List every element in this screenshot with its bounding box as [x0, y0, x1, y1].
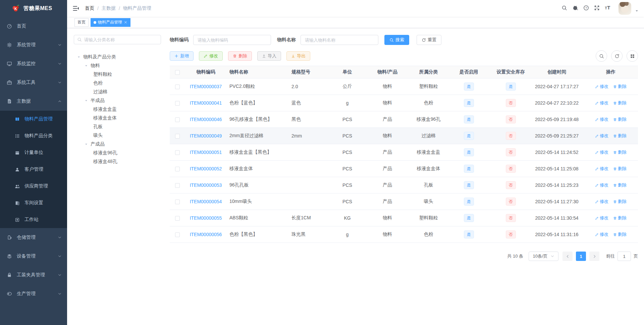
- material-code-link[interactable]: ITEM00000054: [190, 199, 222, 204]
- row-checkbox[interactable]: [175, 167, 180, 171]
- row-delete-link[interactable]: 删除: [613, 133, 627, 139]
- material-code-input[interactable]: [193, 35, 271, 45]
- row-checkbox[interactable]: [175, 150, 180, 155]
- row-delete-link[interactable]: 删除: [613, 116, 627, 122]
- tree-node[interactable]: 孔板: [74, 122, 161, 131]
- row-checkbox[interactable]: [175, 85, 180, 89]
- add-button[interactable]: 新增: [170, 51, 194, 61]
- row-delete-link[interactable]: 删除: [613, 231, 627, 237]
- tree-node[interactable]: 移液盒48孔: [74, 157, 161, 166]
- tree-expand-caret-icon[interactable]: [84, 99, 89, 102]
- sidebar-item-system-tools[interactable]: 系统工具: [0, 73, 67, 92]
- row-edit-link[interactable]: 修改: [595, 182, 608, 188]
- breadcrumb-item[interactable]: 首页: [85, 5, 94, 11]
- row-delete-link[interactable]: 删除: [613, 182, 627, 188]
- table-tool-grid-button[interactable]: [627, 50, 638, 62]
- fullscreen-icon[interactable]: [593, 5, 600, 12]
- row-delete-link[interactable]: 删除: [613, 215, 627, 221]
- search-button[interactable]: 搜索: [384, 35, 409, 45]
- sidebar-item-measure-unit[interactable]: 计量单位: [0, 144, 67, 161]
- row-edit-link[interactable]: 修改: [595, 149, 608, 155]
- material-code-link[interactable]: ITEM00000056: [190, 232, 222, 237]
- row-checkbox[interactable]: [175, 101, 180, 106]
- tree-node[interactable]: 吸头: [74, 131, 161, 140]
- material-code-link[interactable]: ITEM00000046: [190, 117, 222, 122]
- sidebar-item-master-data[interactable]: 主数据: [0, 92, 67, 111]
- tree-node[interactable]: 物料: [74, 61, 161, 70]
- row-checkbox[interactable]: [175, 232, 180, 237]
- row-checkbox[interactable]: [175, 134, 180, 139]
- tree-node[interactable]: 产成品: [74, 140, 161, 149]
- row-delete-link[interactable]: 删除: [613, 199, 627, 205]
- app-logo[interactable]: K 苦糖果MES: [0, 0, 67, 17]
- tree-node[interactable]: 移液盒96孔: [74, 149, 161, 157]
- export-button[interactable]: 导出: [286, 51, 310, 61]
- tree-node[interactable]: 塑料颗粒: [74, 70, 161, 79]
- material-name-input[interactable]: [301, 35, 378, 45]
- material-code-link[interactable]: ITEM00000037: [190, 84, 222, 89]
- tab-active[interactable]: 物料产品管理: [91, 18, 130, 27]
- row-edit-link[interactable]: 修改: [595, 215, 608, 221]
- edit-button[interactable]: 修改: [199, 51, 223, 61]
- material-code-link[interactable]: ITEM00000055: [190, 215, 222, 221]
- material-code-link[interactable]: ITEM00000052: [190, 166, 222, 171]
- sidebar-item-system-admin[interactable]: 系统管理: [0, 36, 67, 54]
- sidebar-item-fixture-mgmt[interactable]: 工装夹具管理: [0, 266, 67, 284]
- row-checkbox[interactable]: [175, 117, 180, 122]
- row-edit-link[interactable]: 修改: [595, 84, 608, 90]
- sidebar-item-home[interactable]: 首页: [0, 17, 67, 36]
- prev-page-button[interactable]: [562, 252, 573, 261]
- github-icon[interactable]: [572, 5, 579, 12]
- row-edit-link[interactable]: 修改: [595, 166, 608, 172]
- page-size-select[interactable]: 10条/页: [529, 252, 558, 261]
- tree-expand-caret-icon[interactable]: [84, 64, 89, 67]
- goto-page-input[interactable]: [618, 252, 631, 261]
- material-code-link[interactable]: ITEM00000051: [190, 150, 222, 155]
- user-avatar[interactable]: [619, 2, 631, 15]
- tree-node[interactable]: 过滤棉: [74, 88, 161, 96]
- row-delete-link[interactable]: 删除: [613, 100, 627, 106]
- tree-node[interactable]: 移液盒盒盖: [74, 105, 161, 114]
- sidebar-item-customer-mgmt[interactable]: 客户管理: [0, 161, 67, 178]
- tree-expand-caret-icon[interactable]: [84, 143, 89, 146]
- row-checkbox[interactable]: [175, 216, 180, 221]
- table-tool-search-button[interactable]: [596, 50, 607, 62]
- import-button[interactable]: 导入: [257, 51, 281, 61]
- sidebar-item-material-product-category[interactable]: 物料产品分类: [0, 127, 67, 144]
- reset-button[interactable]: 重置: [417, 35, 441, 45]
- row-checkbox[interactable]: [175, 183, 180, 188]
- delete-button[interactable]: 删除: [228, 51, 252, 61]
- sidebar-item-warehouse-mgmt[interactable]: 仓储管理: [0, 228, 67, 247]
- tree-node[interactable]: 物料及产品分类: [74, 53, 161, 61]
- row-delete-link[interactable]: 删除: [613, 84, 627, 90]
- table-tool-refresh-button[interactable]: [611, 50, 623, 62]
- tree-node[interactable]: 半成品: [74, 96, 161, 105]
- row-delete-link[interactable]: 删除: [613, 166, 627, 172]
- tree-node[interactable]: 移液盒盒体: [74, 114, 161, 122]
- sidebar-item-equipment-mgmt[interactable]: 设备管理: [0, 247, 67, 266]
- row-edit-link[interactable]: 修改: [595, 231, 608, 237]
- tree-expand-caret-icon[interactable]: [76, 55, 81, 59]
- search-icon[interactable]: [561, 5, 568, 12]
- tab-0[interactable]: 首页: [74, 18, 89, 27]
- sidebar-item-system-monitor[interactable]: 系统监控: [0, 54, 67, 73]
- current-page-button[interactable]: 1: [576, 252, 586, 261]
- close-icon[interactable]: [124, 20, 127, 24]
- sidebar-item-material-product-mgmt[interactable]: 物料产品管理: [0, 111, 67, 127]
- row-delete-link[interactable]: 删除: [613, 149, 627, 155]
- next-page-button[interactable]: [589, 252, 599, 261]
- font-size-icon[interactable]: TT: [604, 5, 611, 12]
- row-edit-link[interactable]: 修改: [595, 199, 608, 205]
- breadcrumb-item[interactable]: 主数据: [102, 5, 116, 11]
- sidebar-item-workstation[interactable]: 工作站: [0, 211, 67, 228]
- row-edit-link[interactable]: 修改: [595, 100, 608, 106]
- material-code-link[interactable]: ITEM00000053: [190, 182, 222, 188]
- help-icon[interactable]: ?: [583, 5, 590, 12]
- select-all-checkbox[interactable]: [175, 70, 180, 75]
- material-code-link[interactable]: ITEM00000049: [190, 133, 222, 139]
- sidebar-item-production-mgmt[interactable]: 生产管理: [0, 284, 67, 303]
- material-code-link[interactable]: ITEM00000041: [190, 100, 222, 106]
- hamburger-icon[interactable]: [72, 5, 79, 12]
- row-checkbox[interactable]: [175, 200, 180, 204]
- tree-search-input[interactable]: [84, 37, 158, 42]
